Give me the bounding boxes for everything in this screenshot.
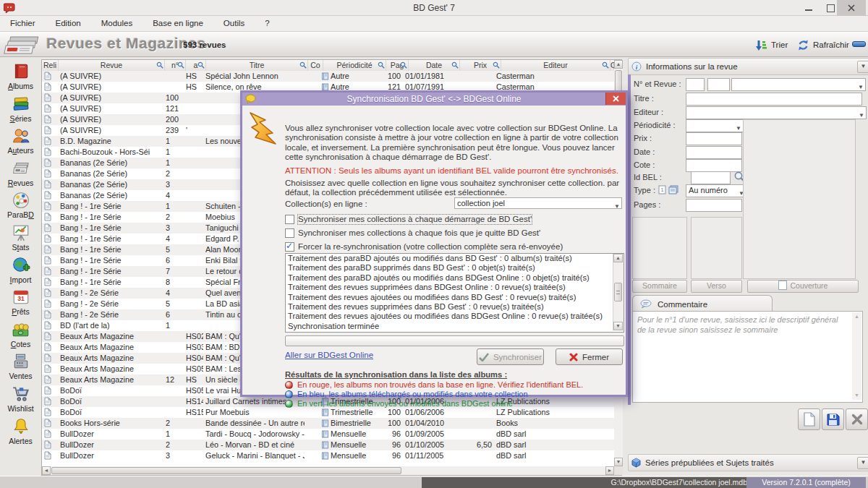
type-multi-icon[interactable] (668, 185, 678, 194)
log-scrollbar[interactable]: ▲ ▼ (613, 254, 624, 330)
table-row[interactable]: (A SUIVRE)HSSpécial John LennonAutre1000… (42, 71, 614, 82)
scroll-up-icon[interactable]: ▲ (614, 60, 623, 69)
menu-modules[interactable]: Modules (91, 16, 142, 31)
reli-cell (42, 136, 58, 147)
date-field[interactable] (686, 146, 742, 159)
menu-fichier[interactable]: Fichier (0, 16, 46, 31)
table-row[interactable]: Books Hors-série2Bande dessinée - Un aut… (42, 418, 614, 429)
sidebar-item-cotes[interactable]: Cotes (0, 320, 41, 348)
sidebar-item-label: Cotes (0, 340, 41, 348)
sync-checkbox-1[interactable]: Synchroniser mes collections à chaque dé… (285, 214, 532, 224)
scroll-down-icon[interactable]: ▼ (613, 322, 623, 330)
parabd-icon (0, 191, 41, 210)
comment-textarea[interactable]: Pour le n°1 d'une revue, saisissez ici l… (632, 311, 863, 403)
column-header-titre[interactable]: Titre (206, 60, 308, 71)
couverture-button[interactable]: Couverture (747, 280, 859, 293)
sommaire-button[interactable]: Sommaire (632, 280, 687, 293)
column-header-priodicit[interactable]: Périodicité (323, 60, 386, 71)
sidebar-item-series[interactable]: Séries (0, 95, 41, 123)
cancel-button[interactable] (846, 408, 868, 430)
a-cell (184, 244, 203, 255)
sidebar-item-alertes[interactable]: Alertes (0, 417, 41, 445)
log-scroll-thumb[interactable] (614, 283, 622, 301)
table-row[interactable]: BullDozer3Geluck - Marini - Blanquet - J… (42, 450, 614, 461)
column-header-a[interactable]: a (186, 60, 206, 71)
sidebar-item-ventes[interactable]: Ventes (0, 352, 41, 380)
refresh-button[interactable]: Rafraîchir (797, 37, 849, 53)
type-select[interactable]: Au numéro▼ (686, 184, 746, 197)
sidebar-item-wishlist[interactable]: Wishlist (0, 385, 41, 413)
checkbox-unchecked[interactable] (285, 228, 294, 238)
series-collapse-button[interactable]: ▼ (857, 457, 868, 469)
num-field[interactable] (686, 78, 705, 91)
sync-log-list[interactable]: ▲ ▼ Traitement des paraBD ajoutés ou mod… (285, 253, 624, 333)
prix-field[interactable] (686, 132, 742, 145)
type-single-icon[interactable]: 1 (658, 185, 666, 194)
hscroll-thumb[interactable] (51, 467, 401, 474)
sidebar-item-auteurs[interactable]: Auteurs (0, 127, 41, 155)
num2-field[interactable] (707, 78, 730, 91)
column-header-date[interactable]: Date (409, 60, 460, 71)
search-icon (602, 61, 609, 69)
new-record-button[interactable] (798, 408, 820, 430)
co-cell (305, 71, 319, 82)
checkbox-unchecked[interactable] (285, 215, 294, 224)
titre-field[interactable] (686, 93, 862, 106)
minimize-button[interactable] (798, 0, 820, 16)
dialog-close-button[interactable] (605, 93, 626, 105)
verso-button[interactable]: Verso (691, 280, 742, 293)
table-row[interactable]: BullDozer1Tardi - Boucq - Jodorowsky - C… (42, 429, 614, 440)
bdgest-online-link[interactable]: Aller sur BDGest Online (285, 351, 373, 359)
sync-checkbox-3[interactable]: Forcer la re-synchronisation (votre coll… (285, 241, 563, 252)
synchroniser-button[interactable]: Synchroniser (477, 348, 544, 365)
menu-base-en-ligne[interactable]: Base en ligne (142, 16, 213, 31)
column-header-prix[interactable]: Prix (460, 60, 501, 71)
sidebar-item-stats[interactable]: Stats (0, 223, 41, 252)
num-cell (163, 364, 184, 374)
scroll-left-icon[interactable]: ◄ (42, 466, 51, 475)
sidebar-item-albums[interactable]: Albums (0, 62, 41, 90)
series-panel-header[interactable]: Séries prépubliées et Sujets traités ▼ (628, 454, 868, 471)
revue-select[interactable]: ▼ (731, 78, 866, 91)
col-cell (603, 440, 613, 450)
close-button[interactable] (837, 0, 866, 16)
table-row[interactable]: BoDoïHS15Pur MoebuisTrimestrielle10001/0… (42, 407, 614, 418)
scroll-down-icon[interactable]: ▼ (852, 391, 861, 400)
pages-field[interactable] (686, 199, 742, 212)
scroll-down-icon[interactable]: ▼ (614, 458, 623, 466)
table-hscrollbar[interactable]: ◄ ► (42, 466, 614, 475)
fermer-button[interactable]: Fermer (556, 348, 623, 365)
column-header-editeur[interactable]: Editeur (501, 60, 610, 71)
idbel-field[interactable] (691, 171, 731, 184)
column-header-revue[interactable]: Revue (59, 60, 165, 71)
scroll-up-icon[interactable]: ▲ (613, 254, 623, 262)
online-collection-select[interactable]: collection joel▼ (454, 197, 622, 209)
periodicite-select[interactable]: ▼ (686, 119, 744, 132)
menu-edition[interactable]: Edition (46, 16, 91, 31)
editeur-select[interactable]: ▼ (686, 106, 867, 119)
collection-path: G:\Dropbox\BDGest7\collection joel.mdb (422, 477, 753, 488)
checkbox-checked[interactable] (285, 242, 294, 252)
column-header-reli[interactable]: Reli (42, 60, 59, 71)
sidebar-item-prets[interactable]: 31Prêts (0, 288, 41, 316)
sync-checkbox-2[interactable]: Synchroniser mes collections à chaque fo… (285, 228, 540, 238)
menu-outils[interactable]: Outils (213, 16, 255, 31)
table-row[interactable]: BullDozer2Léo - Morvan - BD et cinéMensu… (42, 440, 614, 450)
save-button[interactable] (822, 408, 844, 430)
sidebar-item-revues[interactable]: Revues (0, 159, 41, 187)
sidebar-item-parabd[interactable]: ParaBD (0, 191, 41, 219)
menu-?[interactable]: ? (255, 16, 279, 31)
revues-count: 593 revues (183, 40, 226, 49)
column-header-pag[interactable]: Pag (386, 60, 409, 71)
column-header-co[interactable]: Co (308, 60, 323, 71)
scroll-up-icon[interactable]: ▲ (852, 312, 861, 321)
col-cell (603, 396, 613, 407)
column-header-n°[interactable]: n° (165, 60, 186, 71)
tab-commentaire[interactable]: Commentaire (632, 295, 773, 312)
comment-scrollbar[interactable]: ▲ ▼ (852, 312, 861, 400)
scroll-right-icon[interactable]: ► (605, 466, 614, 475)
reli-icon (44, 104, 51, 113)
a-cell (184, 93, 203, 103)
sort-button[interactable]: Trier (755, 37, 788, 53)
sidebar-item-import[interactable]: Import (0, 256, 41, 284)
